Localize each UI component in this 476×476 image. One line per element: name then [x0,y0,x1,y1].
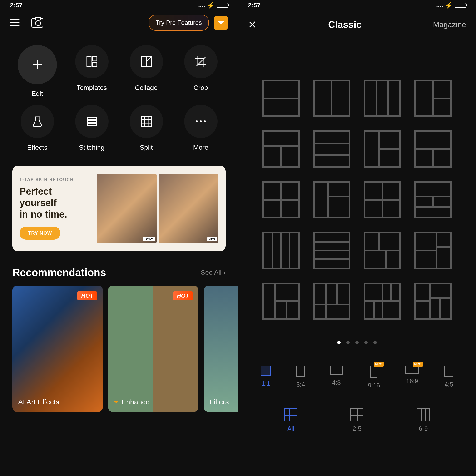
tool-label: Crop [193,84,208,92]
recommendation-card[interactable]: HOTEnhance [108,286,199,412]
collage-layout-option[interactable] [364,232,401,269]
ratio-icon [330,366,343,375]
ratio-icon [296,366,305,377]
menu-icon[interactable] [10,19,19,26]
collage-layout-option[interactable] [414,232,452,269]
tool-collage[interactable]: Collage [121,45,171,98]
page-title: Classic [328,19,361,30]
close-icon[interactable]: ✕ [248,18,257,31]
tool-label: Templates [77,84,107,92]
svg-rect-2 [87,57,91,67]
collage-layout-option[interactable] [262,283,300,320]
promo-after-image: After [159,174,219,243]
recommendations-row[interactable]: HOTAI Art EffectsHOTEnhanceFilters [0,286,238,412]
try-pro-button[interactable]: Try Pro Features [149,15,209,31]
tool-edit[interactable]: Edit [12,45,62,98]
collage-layout-option[interactable] [262,130,300,168]
tool-label: Effects [27,144,47,151]
collage-layout-option[interactable] [313,80,350,117]
tool-split[interactable]: Split [121,105,171,151]
before-label: Before [143,237,155,241]
grid-type-option[interactable]: All [284,408,297,432]
collage-layout-option[interactable] [414,181,452,219]
edit-icon [17,45,57,84]
ratio-icon [405,366,419,374]
collage-layout-option[interactable] [313,130,350,168]
ratio-icon [444,366,453,377]
page-dot[interactable] [355,341,359,344]
collage-layout-option[interactable] [262,181,300,219]
collage-layout-option[interactable] [414,283,452,320]
app-header: Try Pro Features [0,10,238,40]
grid-type-label: 2-5 [353,425,361,432]
svg-rect-12 [87,123,96,126]
promo-banner[interactable]: 1-TAP SKIN RETOUCH Perfect yourself in n… [12,166,226,251]
ratio-label: 4:3 [332,379,341,386]
svg-point-19 [200,120,202,122]
collage-layout-option[interactable] [313,181,350,219]
signal-dots-icon: .... [436,2,443,9]
see-all-button[interactable]: See All › [201,269,226,276]
status-bar: 2:57 .... ⚡ [0,0,238,10]
aspect-ratio-option[interactable]: 3:4 [296,366,305,389]
after-label: After [207,237,217,241]
ratio-label: 9:16 [368,382,380,389]
tool-crop[interactable]: Crop [176,45,226,98]
diamond-icon [218,21,224,28]
aspect-ratio-option[interactable]: 1:1 [261,366,271,389]
collage-layout-option[interactable] [364,181,401,219]
tool-stitching[interactable]: Stitching [67,105,117,151]
collage-header: ✕ Classic Magazine [238,10,476,39]
recommendation-card[interactable]: Filters [204,286,238,412]
svg-rect-4 [93,62,97,67]
aspect-ratio-option[interactable]: PRO9:16 [368,366,380,389]
status-time: 2:57 [10,2,22,9]
collage-layout-option[interactable] [313,232,350,269]
svg-point-18 [196,120,198,122]
tool-label: Collage [135,84,157,92]
svg-line-7 [146,57,151,62]
tool-effects[interactable]: Effects [12,105,62,151]
collage-layout-option[interactable] [262,232,300,269]
collage-layout-option[interactable] [313,283,350,320]
tool-more[interactable]: More [176,105,226,151]
svg-point-20 [204,120,206,122]
tool-label: Stitching [79,144,104,151]
grid-type-icon [350,408,363,421]
grid-type-option[interactable]: 6-9 [417,408,430,432]
tool-label: Split [140,144,153,151]
lightning-icon: ⚡ [207,2,215,9]
collage-layout-option[interactable] [262,80,300,117]
collage-layout-option[interactable] [364,130,401,168]
aspect-ratio-option[interactable]: 4:3 [330,366,343,389]
page-dot[interactable] [374,341,377,344]
promo-cta-button[interactable]: TRY NOW [19,227,60,240]
collage-layout-option[interactable] [364,80,401,117]
page-dot[interactable] [346,341,350,344]
aspect-ratio-option[interactable]: PRO16:9 [405,366,419,389]
collage-layout-option[interactable] [414,80,452,117]
tool-grid: EditTemplatesCollageCropEffectsStitching… [0,40,238,161]
page-dot[interactable] [364,341,368,344]
magazine-tab[interactable]: Magazine [433,20,466,29]
tool-templates[interactable]: Templates [67,45,117,98]
templates-icon [75,45,108,78]
hot-badge: HOT [77,291,97,300]
premium-button[interactable] [214,16,228,30]
collage-layout-option[interactable] [364,283,401,320]
recommendation-label: AI Art Effects [18,398,59,406]
camera-icon[interactable] [32,18,43,28]
promo-title: Perfect yourself in no time. [19,186,97,220]
recommendation-card[interactable]: HOTAI Art Effects [12,286,103,412]
promo-eyebrow: 1-TAP SKIN RETOUCH [19,177,97,182]
grid-type-option[interactable]: 2-5 [350,408,363,432]
aspect-ratio-option[interactable]: 4:5 [444,366,453,389]
grid-type-icon [417,408,430,421]
collage-layout-option[interactable] [414,130,452,168]
svg-rect-3 [93,57,97,61]
tool-label: More [193,144,208,151]
pro-badge: PRO [374,362,384,367]
more-icon [184,105,218,138]
page-dot[interactable] [337,341,340,344]
ratio-label: 1:1 [262,380,270,387]
